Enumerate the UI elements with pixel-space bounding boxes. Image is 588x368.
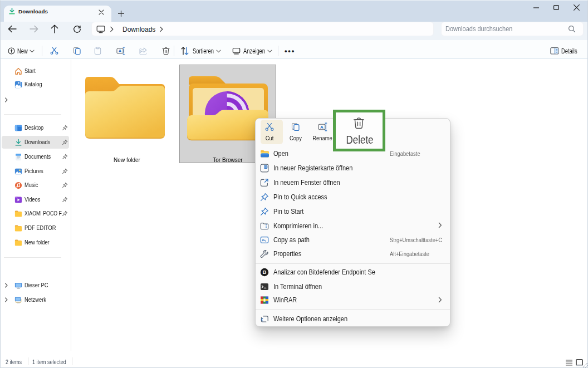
svg-text:A: A: [119, 48, 122, 53]
svg-text:B: B: [263, 269, 267, 275]
svg-text:A: A: [320, 125, 324, 130]
